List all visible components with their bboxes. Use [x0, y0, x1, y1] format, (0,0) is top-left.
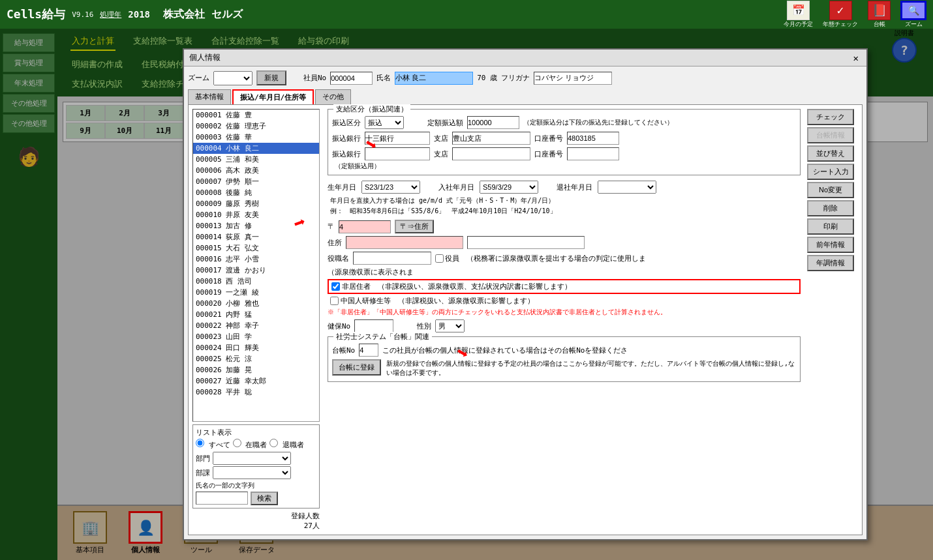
buka-select[interactable] [213, 466, 291, 479]
delete-button[interactable]: 削除 [807, 200, 854, 216]
employee-list-item[interactable]: 000004 小林 良二 [193, 143, 319, 154]
date-example: 例： 昭和35年8月6日は「S35/8/6」 平成24年10月10日「H24/1… [330, 207, 801, 216]
employee-list-item[interactable]: 000024 田口 輝美 [193, 342, 319, 353]
last-year-button[interactable]: 前年情報 [807, 237, 854, 253]
toolbar-zoom[interactable]: 🔍 ズーム [900, 1, 926, 29]
staff-no-input[interactable] [330, 72, 373, 85]
bank1-koza-input[interactable] [567, 132, 619, 145]
dialog-title-bar: 個人情報 ✕ [184, 50, 866, 66]
radio-active[interactable]: 在職者 [233, 439, 268, 450]
seibetu-label: 性別 [417, 321, 431, 331]
hikyojusha-checkbox[interactable] [331, 282, 340, 291]
employee-list-item[interactable]: 000022 神部 幸子 [193, 320, 319, 331]
daicho-no-input[interactable] [359, 344, 378, 357]
genzen-note-row: （源泉徴収票に表示されま [328, 267, 801, 277]
bank2-name-input[interactable] [365, 147, 430, 160]
seibetu-select[interactable]: 男女 [435, 319, 465, 332]
employee-list-item[interactable]: 000009 藤原 秀樹 [193, 198, 319, 209]
zoom-select[interactable]: 80%100%120% [213, 71, 252, 85]
chugoku-row: 中国人研修生等 （非課税扱い、源泉微収票に影響します） [330, 296, 801, 306]
dialog-body: ズーム 80%100%120% 新規 社員No 氏名 70 歳 フリガナ 基本情… [184, 66, 866, 539]
tab-other[interactable]: その他 [315, 89, 351, 104]
radio-group: すべて 在職者 退職者 [196, 439, 316, 450]
employee-list-item[interactable]: 000018 西 浩司 [193, 276, 319, 287]
employee-list-item[interactable]: 000014 荻原 真一 [193, 231, 319, 243]
taisha-date-select[interactable] [598, 181, 656, 194]
sheet-input-button[interactable]: シート入力 [807, 164, 854, 180]
bank1-koza-label: 口座番号 [534, 134, 563, 143]
yakuin-checkbox[interactable] [435, 254, 444, 263]
dialog-close-button[interactable]: ✕ [851, 53, 861, 63]
bank1-shiten-input[interactable] [452, 132, 530, 145]
chugoku-checkbox[interactable] [330, 297, 339, 305]
bank2-row: 振込銀行 支店 口座番号 [332, 147, 796, 160]
sort-button[interactable]: 並び替え [807, 145, 854, 162]
daicho-login-row: 台帳に登録 新規の登録で台帳の個人情報に登録する予定の社員の場合はここから登録が… [332, 359, 796, 377]
employee-list-item[interactable]: 000028 平井 聡 [193, 387, 319, 398]
bumon-select[interactable] [213, 452, 291, 465]
no-change-button[interactable]: No変更 [807, 182, 854, 198]
tab-basic[interactable]: 基本情報 [188, 89, 231, 104]
jusho1-input[interactable] [346, 236, 463, 249]
processing-year-label: 処理年 [100, 10, 121, 20]
year-adjust-button[interactable]: 年調情報 [807, 255, 854, 271]
name-input[interactable] [395, 72, 473, 85]
furigana-input[interactable] [534, 72, 612, 85]
yuubin-input[interactable] [339, 220, 391, 233]
new-button[interactable]: 新規 [256, 70, 286, 85]
employee-list-item[interactable]: 000016 志平 小雪 [193, 254, 319, 265]
radio-retired[interactable]: 退職者 [269, 439, 304, 450]
employee-list-item[interactable]: 000008 後藤 純 [193, 187, 319, 198]
bank1-name-input[interactable] [365, 132, 430, 145]
employee-list-item[interactable]: 000007 伊勢 順一 [193, 176, 319, 187]
date-input-note: 年月日を直接入力する場合は ge/m/d 式「元号（H・S・T・M）年/月/日） [330, 196, 801, 205]
employee-list-item[interactable]: 000027 近藤 幸太郎 [193, 376, 319, 387]
toolbar-zoom-label: ズーム [905, 20, 923, 29]
teigaku-input[interactable] [467, 116, 519, 129]
yakushoku-input[interactable] [353, 252, 431, 265]
bank1-label: 振込銀行 [332, 134, 361, 143]
employee-list-item[interactable]: 000013 加古 修 [193, 220, 319, 231]
yuubin-btn[interactable]: 〒⇒住所 [395, 220, 434, 233]
check-button[interactable]: チェック [807, 109, 854, 125]
employee-list-item[interactable]: 000010 井原 友美 [193, 209, 319, 220]
daicho-login-btn[interactable]: 台帳に登録 [332, 359, 381, 376]
bank2-shiten-input[interactable] [452, 147, 530, 160]
toolbar-year-check[interactable]: ✓ 年態チェック [823, 1, 858, 29]
yakuin-checkbox-label[interactable]: 役員 （税務署に源泉微収票を提出する場合の判定に使用しま [435, 254, 646, 263]
furikomi-kbn-select[interactable]: 振込現金 [365, 116, 404, 129]
employee-list-item[interactable]: 000026 加藤 晃 [193, 364, 319, 376]
toolbar-daichou[interactable]: 📕 台帳 [868, 1, 891, 29]
birth-date-select[interactable]: S23/1/23 [361, 181, 420, 194]
name-search-input[interactable] [196, 492, 248, 505]
employee-list-item[interactable]: 000006 高木 政美 [193, 165, 319, 176]
employee-list-item[interactable]: 000023 山田 学 [193, 331, 319, 342]
chugoku-label[interactable]: 中国人研修生等 （非課税扱い、源泉微収票に影響します） [330, 296, 534, 306]
kenpo-input[interactable] [354, 319, 393, 332]
bank2-koza-input[interactable] [567, 147, 619, 160]
radio-all[interactable]: すべて [196, 439, 230, 450]
daicho-info-button: 台帳情報 [807, 127, 854, 143]
toolbar-today-schedule[interactable]: 📅 今月の予定 [784, 1, 813, 29]
kenpo-label: 健保No [328, 321, 350, 331]
personal-info-dialog: 個人情報 ✕ ズーム 80%100%120% 新規 社員No 氏名 70 歳 フ… [183, 48, 868, 540]
employee-list-item[interactable]: 000003 佐藤 華 [193, 132, 319, 143]
employee-list-item[interactable]: 000005 三浦 和美 [193, 154, 319, 165]
employee-list-item[interactable]: 000019 一之瀬 綾 [193, 287, 319, 298]
nyusha-date-select[interactable]: S59/3/29 [480, 181, 538, 194]
employee-list-item[interactable]: 000015 大石 弘文 [193, 243, 319, 254]
hikyojusha-label[interactable]: 非居住者 （非課税扱い、源泉微収票、支払状況内訳書に影響します） [331, 282, 572, 291]
employee-list-item[interactable]: 000017 渡邊 かおり [193, 265, 319, 276]
employee-list-item[interactable]: 000002 佐藤 理恵子 [193, 121, 319, 132]
employee-list-item[interactable]: 000021 内野 猛 [193, 309, 319, 320]
employee-list-item[interactable]: 000025 松元 涼 [193, 353, 319, 364]
jusho2-input[interactable] [467, 236, 585, 249]
employee-list-item[interactable]: 000020 小柳 雅也 [193, 298, 319, 309]
dialog-title-text: 個人情報 [189, 52, 221, 63]
tab-furikomi[interactable]: 振込/年月日/住所等 [232, 89, 314, 104]
print-button[interactable]: 印刷 [807, 218, 854, 235]
employee-list-item[interactable]: 000001 佐藤 豊 [193, 110, 319, 121]
search-button[interactable]: 検索 [251, 492, 278, 505]
bumon-row: 部門 [196, 452, 316, 465]
yakushoku-row: 役職名 役員 （税務署に源泉微収票を提出する場合の判定に使用しま [328, 252, 801, 265]
